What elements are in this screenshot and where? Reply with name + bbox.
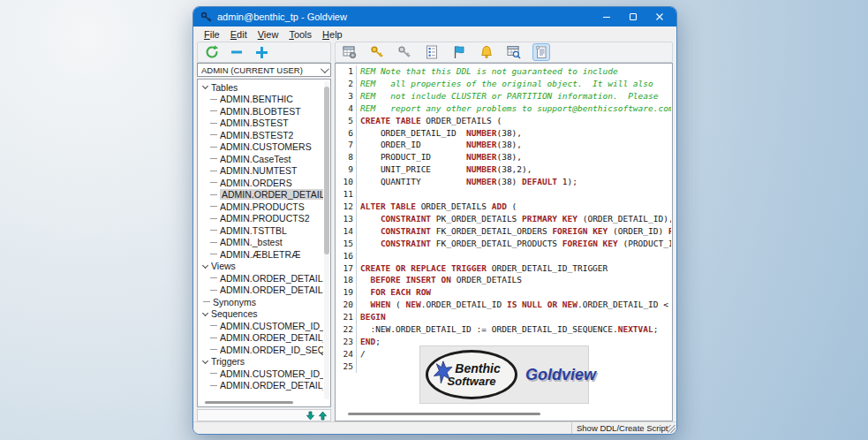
code-line: 14 CONSTRAINT FK_ORDER_DETAIL_ORDERS FOR… (336, 225, 671, 238)
code-line: 2REM all properties of the original obje… (336, 78, 671, 90)
schema-select-value: ADMIN (CURRENT USER) (201, 65, 321, 75)
tree-item-admin-order-details-vie[interactable]: ADMIN.ORDER_DETAILS_VIE (198, 284, 323, 297)
code-line: 11 (336, 188, 671, 201)
chevron-down-icon[interactable] (202, 310, 208, 316)
titlebar[interactable]: admin@benthic_tp - Goldview (193, 7, 676, 27)
line-text: REM all properties of the original objec… (357, 78, 653, 90)
resize-grip-icon[interactable] (668, 425, 676, 433)
tree-item-admin-order-details[interactable]: ADMIN.ORDER_DETAILS (198, 189, 323, 201)
editor-horizontal-scrollbar[interactable] (348, 413, 540, 415)
line-text: FOR EACH ROW (357, 286, 431, 299)
tree-item-admin-bstest[interactable]: ADMIN._bstest (198, 237, 323, 249)
tree-label: ADMIN.BLOBTEST (220, 106, 301, 117)
line-number: 8 (336, 151, 357, 163)
app-window: admin@benthic_tp - Goldview FileEditView… (192, 6, 677, 435)
arrow-down-button[interactable] (306, 411, 315, 421)
line-number: 13 (336, 213, 357, 225)
tree-horizontal-scrollbar[interactable] (205, 401, 293, 404)
tree-item-admin-customer-id-seq[interactable]: ADMIN.CUSTOMER_ID_SEQ (198, 320, 323, 332)
tree-label: ADMIN._bstest (220, 237, 283, 247)
logo-brand-line2: Software (448, 376, 496, 388)
menu-item-help[interactable]: Help (317, 28, 348, 41)
table-search-icon[interactable] (505, 43, 523, 61)
tree-line (210, 206, 217, 207)
code-line: 19 FOR EACH ROW (336, 286, 671, 299)
maximize-button[interactable] (620, 9, 646, 25)
menu-item-file[interactable]: File (199, 28, 225, 41)
line-text (357, 188, 366, 201)
tree-item-admin-numtest[interactable]: ADMIN.NUMTEST (198, 165, 323, 178)
toolbar-left (197, 42, 331, 63)
tree-item-admin-order-detail-id-s[interactable]: ADMIN.ORDER_DETAIL_ID_S (198, 332, 323, 345)
table-properties-icon[interactable] (341, 43, 359, 61)
tree-label: Sequences (211, 308, 258, 319)
benthic-logo: Benthic Software Goldview (419, 345, 589, 404)
tree-item-admin-order-details-vie[interactable]: ADMIN.ORDER_DETAILS_VIE (198, 272, 323, 284)
line-text: ORDER_ID NUMBER(38), (357, 139, 522, 151)
code-line: 17CREATE OR REPLACE TRIGGER ORDER_DETAIL… (336, 262, 671, 275)
line-number: 9 (336, 163, 357, 176)
line-number: 14 (336, 225, 357, 238)
code-line: 8 PRODUCT_ID NUMBER(38), (336, 151, 671, 163)
tree-group-tables[interactable]: Tables (198, 81, 323, 94)
tree-label: ADMIN.CUSTOMER_ID_SEQ (220, 321, 323, 331)
line-text: END; (357, 336, 381, 348)
refresh-icon[interactable] (203, 43, 221, 61)
tree-item-admin-benthic[interactable]: ADMIN.BENTHIC (198, 94, 323, 106)
tree-item-admin-casetest[interactable]: ADMIN.CaseTest (198, 153, 323, 165)
code-line: 9 UNIT_PRICE NUMBER(38,2), (336, 163, 671, 176)
bell-icon[interactable] (478, 43, 495, 61)
tree-line (210, 182, 217, 183)
tree-label: ADMIN.BSTEST2 (220, 130, 293, 140)
tree-group-triggers[interactable]: Triggers (198, 356, 323, 368)
tree-item-admin-order-detail-id-t[interactable]: ADMIN.ORDER_DETAIL_ID_T (198, 380, 323, 392)
tree-group-synonyms[interactable]: Synonyms (198, 296, 323, 308)
menu-item-tools[interactable]: Tools (283, 28, 317, 41)
code-line: 4REM report any other problems to suppor… (336, 102, 671, 115)
tree-item-admin-bstest2[interactable]: ADMIN.BSTEST2 (198, 129, 323, 141)
minimize-button[interactable] (593, 9, 620, 25)
arrow-up-button[interactable] (318, 411, 328, 421)
tree-item-admin-customer-id-trig[interactable]: ADMIN.CUSTOMER_ID_TRIG (198, 368, 323, 380)
tree-line (210, 349, 217, 350)
silver-key-icon[interactable] (396, 43, 413, 61)
tree-item-admin-products2[interactable]: ADMIN.PRODUCTS2 (198, 213, 323, 225)
chevron-down-icon[interactable] (202, 358, 208, 364)
ddl-editor[interactable]: 1REM Note that this DDL is not guarantee… (335, 63, 673, 421)
tree-group-sequences[interactable]: Sequences (198, 308, 323, 321)
tree-item-admin-bletr-[interactable]: ADMIN.ÆBLETRÆ (198, 248, 323, 261)
tree-line (210, 110, 217, 111)
line-text: QUANTITY NUMBER(38) DEFAULT 1); (357, 176, 577, 188)
line-number: 1 (336, 65, 357, 78)
schema-select[interactable]: ADMIN (CURRENT USER) (197, 63, 331, 77)
collapse-icon[interactable] (228, 43, 245, 61)
tree-item-admin-customers[interactable]: ADMIN.CUSTOMERS (198, 141, 323, 154)
line-text: UNIT_PRICE NUMBER(38,2), (357, 163, 532, 176)
tree-item-admin-orders[interactable]: ADMIN.ORDERS (198, 177, 323, 189)
tree-line (203, 301, 210, 302)
tree-group-views[interactable]: Views (198, 261, 323, 273)
tree-label: ADMIN.PRODUCTS (220, 201, 305, 212)
tree-item-admin-products[interactable]: ADMIN.PRODUCTS (198, 201, 323, 213)
close-button[interactable] (646, 9, 673, 25)
expand-icon[interactable] (253, 43, 270, 61)
chevron-down-icon[interactable] (202, 83, 208, 89)
tree-item-admin-bstest[interactable]: ADMIN.BSTEST (198, 118, 323, 130)
line-number: 5 (336, 115, 357, 127)
tree-item-admin-tsttbl[interactable]: ADMIN.TSTTBL (198, 224, 323, 237)
chevron-down-icon[interactable] (202, 262, 208, 269)
flag-icon[interactable] (450, 43, 468, 61)
tree-line (210, 123, 217, 124)
menu-item-view[interactable]: View (253, 28, 284, 41)
gold-key-icon[interactable] (368, 43, 386, 61)
ddl-script-icon[interactable] (532, 43, 550, 61)
object-tree[interactable]: TablesADMIN.BENTHICADMIN.BLOBTESTADMIN.B… (197, 79, 331, 407)
menu-item-edit[interactable]: Edit (225, 28, 253, 41)
checklist-icon[interactable] (423, 43, 441, 61)
line-text: BEFORE INSERT ON ORDER_DETAILS (357, 274, 522, 286)
tree-item-admin-blobtest[interactable]: ADMIN.BLOBTEST (198, 105, 323, 118)
statusbar-text: Show DDL/Create Script (577, 423, 668, 433)
tree-vertical-scrollbar[interactable] (324, 81, 329, 399)
line-number: 23 (336, 336, 357, 348)
tree-item-admin-order-id-sequen[interactable]: ADMIN.ORDER_ID_SEQUEN (198, 344, 323, 356)
